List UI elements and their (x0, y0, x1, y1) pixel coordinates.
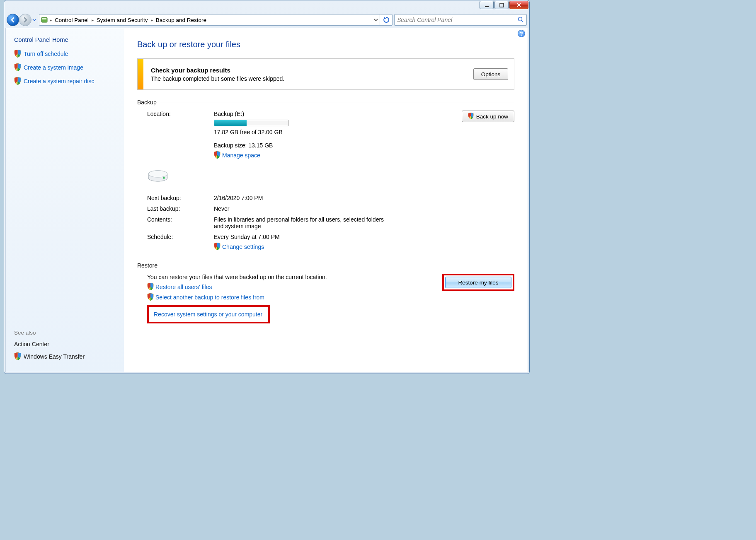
breadcrumb-system-security[interactable]: System and Security (94, 17, 150, 23)
schedule-label: Schedule: (147, 234, 211, 251)
backup-results-alert: Check your backup results The backup com… (137, 58, 514, 90)
alert-body: The backup completed but some files were… (151, 75, 466, 82)
minimize-button[interactable] (480, 1, 494, 9)
shield-icon (14, 77, 21, 85)
maximize-button[interactable] (494, 1, 509, 9)
contents-label: Contents: (147, 216, 211, 229)
free-space-text: 17.82 GB free of 32.00 GB (214, 129, 433, 135)
sidebar: Control Panel Home Turn off schedule Cre… (6, 28, 124, 372)
address-dropdown-icon[interactable] (374, 19, 378, 21)
close-button[interactable] (509, 1, 528, 9)
highlighted-box-recover-system: Recover system settings or your computer (147, 305, 270, 323)
restore-section-heading: Restore (137, 262, 514, 269)
sidebar-turn-off-schedule[interactable]: Turn off schedule (14, 50, 118, 58)
shield-icon (14, 352, 21, 360)
restore-description: You can restore your files that were bac… (147, 274, 434, 280)
svg-line-8 (522, 20, 523, 22)
svg-point-7 (519, 17, 522, 21)
alert-highlight-bar (138, 59, 143, 89)
recover-system-settings-link[interactable]: Recover system settings or your computer (154, 311, 262, 318)
see-also-item-label: Windows Easy Transfer (24, 353, 85, 360)
toolbar: ▸ Control Panel ▸ System and Security ▸ … (4, 12, 529, 28)
shield-icon (14, 63, 21, 71)
chevron-right-icon[interactable]: ▸ (49, 18, 52, 22)
svg-rect-4 (500, 3, 504, 7)
sidebar-create-repair-disc[interactable]: Create a system repair disc (14, 77, 118, 85)
restore-my-files-button[interactable]: Restore my files (445, 277, 511, 288)
history-dropdown-icon[interactable] (32, 14, 37, 26)
disk-usage-bar (214, 120, 288, 126)
next-backup-value: 2/16/2020 7:00 PM (214, 195, 433, 201)
refresh-button[interactable] (380, 14, 392, 26)
backup-section-heading: Backup (137, 99, 514, 106)
shield-icon (147, 283, 154, 291)
search-icon[interactable] (517, 16, 524, 24)
forward-button[interactable] (19, 14, 32, 26)
see-also-heading: See also (14, 330, 118, 336)
drive-icon (147, 166, 169, 182)
svg-rect-3 (485, 6, 489, 7)
location-value: Backup (E:) (214, 111, 433, 117)
title-bar (4, 0, 529, 12)
back-button[interactable] (7, 14, 19, 26)
see-also-action-center[interactable]: Action Center (14, 341, 118, 347)
control-panel-icon (39, 16, 49, 24)
window-frame: ▸ Control Panel ▸ System and Security ▸ … (4, 0, 530, 374)
svg-rect-5 (41, 17, 47, 22)
sidebar-create-system-image[interactable]: Create a system image (14, 63, 118, 71)
schedule-value: Every Sunday at 7:00 PM (214, 234, 433, 240)
next-backup-label: Next backup: (147, 195, 211, 201)
help-button[interactable]: ? (518, 30, 525, 37)
main-panel: Back up or restore your files Check your… (124, 28, 528, 372)
contents-value: Files in libraries and personal folders … (214, 216, 392, 229)
see-also-easy-transfer[interactable]: Windows Easy Transfer (14, 352, 118, 360)
sidebar-item-label: Create a system repair disc (24, 78, 94, 84)
address-bar[interactable]: ▸ Control Panel ▸ System and Security ▸ … (39, 14, 393, 26)
location-label: Location: (147, 111, 211, 159)
page-title: Back up or restore your files (137, 40, 514, 49)
shield-icon (14, 50, 21, 58)
chevron-right-icon[interactable]: ▸ (150, 18, 153, 22)
breadcrumb-backup-restore[interactable]: Backup and Restore (153, 17, 209, 23)
breadcrumb-control-panel[interactable]: Control Panel (52, 17, 91, 23)
back-up-now-button[interactable]: Back up now (462, 111, 514, 122)
last-backup-label: Last backup: (147, 205, 211, 212)
restore-all-users-link[interactable]: Restore all users' files (147, 283, 434, 291)
sidebar-item-label: Create a system image (24, 64, 83, 71)
select-another-backup-link[interactable]: Select another backup to restore files f… (147, 293, 434, 301)
highlighted-box-restore-files: Restore my files (442, 274, 514, 291)
see-also-item-label: Action Center (14, 341, 49, 347)
control-panel-home-link[interactable]: Control Panel Home (14, 36, 118, 43)
shield-icon (468, 113, 475, 121)
shield-icon (147, 293, 154, 301)
options-button[interactable]: Options (473, 68, 508, 80)
alert-heading: Check your backup results (151, 67, 230, 74)
search-input[interactable]: Search Control Panel (394, 14, 527, 26)
svg-rect-6 (42, 18, 46, 19)
sidebar-item-label: Turn off schedule (24, 51, 68, 57)
manage-space-link[interactable]: Manage space (214, 151, 433, 159)
chevron-right-icon[interactable]: ▸ (91, 18, 94, 22)
shield-icon (214, 151, 221, 159)
backup-size-text: Backup size: 13.15 GB (214, 142, 433, 149)
last-backup-value: Never (214, 205, 433, 212)
content-area: ? Control Panel Home Turn off schedule C… (5, 28, 528, 372)
change-settings-link[interactable]: Change settings (214, 243, 433, 251)
shield-icon (214, 243, 221, 251)
search-placeholder: Search Control Panel (397, 17, 517, 23)
